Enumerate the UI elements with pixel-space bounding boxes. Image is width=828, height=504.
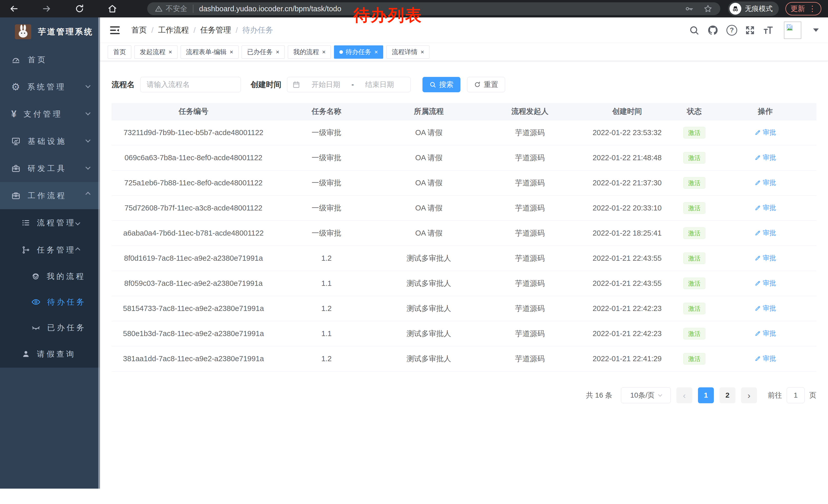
sidebar-scrollbar[interactable] (98, 17, 100, 489)
approve-link[interactable]: 审批 (755, 178, 776, 187)
breadcrumb: 首页 / 工作流程 / 任务管理 / 待办任务 (131, 25, 273, 35)
start-date-placeholder[interactable]: 开始日期 (300, 80, 351, 89)
font-size-icon[interactable] (763, 25, 774, 36)
table-row: 725a1eb6-7b88-11ec-8ef0-acde48001122 一级审… (112, 170, 817, 195)
bookmark-star-icon[interactable] (703, 4, 713, 13)
url-text[interactable]: dashboard.yudao.iocoder.cn/bpm/task/todo (199, 5, 341, 13)
close-icon[interactable]: × (420, 48, 424, 56)
status-badge: 激活 (683, 253, 705, 264)
tasks-table: 任务编号 任务名称 所属流程 流程发起人 创建时间 状态 操作 73211d9d… (112, 103, 817, 371)
breadcrumb-workflow[interactable]: 工作流程 (158, 25, 189, 35)
security-warning[interactable]: 不安全 (155, 4, 187, 13)
search-form: 流程名 创建时间 开始日期 - 结束日期 搜索 重置 (112, 77, 817, 92)
github-icon[interactable] (707, 25, 719, 36)
sidebar-item-workflow[interactable]: 工作流程 (0, 182, 100, 209)
tab-my-process[interactable]: 我的流程 × (288, 45, 331, 59)
briefcase-icon (11, 191, 20, 200)
list-icon (22, 218, 30, 227)
sidebar-item-todo-tasks[interactable]: 待办任务 (0, 289, 100, 315)
url-bar[interactable]: 不安全 dashboard.yudao.iocoder.cn/bpm/task/… (147, 2, 720, 15)
workflow-submenu: 流程管理 任务管理 我的流程 待办任务 已办任务 (0, 209, 100, 368)
chevron-down-icon (85, 83, 90, 88)
search-button[interactable]: 搜索 (422, 77, 460, 92)
page-button-1[interactable]: 1 (698, 387, 714, 403)
sidebar-item-done-tasks[interactable]: 已办任务 (0, 315, 100, 340)
avatar[interactable] (784, 21, 801, 39)
forward-icon[interactable] (40, 2, 54, 16)
sidebar-item-infra[interactable]: 基础设施 (0, 128, 100, 155)
task-id: a6aba0a4-7b6d-11ec-b781-acde48001122 (112, 229, 275, 237)
status-badge: 激活 (683, 278, 705, 289)
breadcrumb-current: 待办任务 (242, 25, 273, 35)
page-size-select[interactable]: 10条/页 (621, 387, 671, 403)
sidebar-item-process-mgmt[interactable]: 流程管理 (0, 209, 100, 236)
tab-start-process[interactable]: 发起流程 × (134, 45, 177, 59)
close-icon[interactable]: × (322, 48, 326, 56)
tab-process-detail[interactable]: 流程详情 × (386, 45, 429, 59)
close-icon[interactable]: × (230, 48, 233, 56)
tab-todo-tasks[interactable]: 待办任务 × (334, 45, 383, 59)
breadcrumb-home[interactable]: 首页 (131, 25, 147, 35)
tab-home[interactable]: 首页 (108, 45, 131, 59)
sidebar-item-my-process[interactable]: 我的流程 (0, 264, 100, 289)
status-badge: 激活 (683, 177, 705, 189)
reload-icon[interactable] (72, 2, 87, 16)
key-icon[interactable] (685, 4, 694, 13)
home-icon[interactable] (105, 2, 120, 16)
annotation-overlay: 待办列表 (354, 4, 422, 27)
search-icon[interactable] (689, 25, 699, 35)
close-icon[interactable]: × (169, 48, 172, 56)
reset-button[interactable]: 重置 (467, 77, 505, 92)
prev-page-button[interactable]: ‹ (676, 387, 692, 403)
sidebar-item-leave-query[interactable]: 请假查询 (0, 340, 100, 368)
sidebar-item-task-mgmt[interactable]: 任务管理 (0, 236, 100, 264)
date-range-picker[interactable]: 开始日期 - 结束日期 (287, 77, 411, 92)
broken-image-icon (785, 23, 794, 32)
toolbox-icon (11, 164, 20, 173)
approve-link[interactable]: 审批 (755, 254, 776, 263)
approve-link[interactable]: 审批 (755, 304, 776, 313)
chevron-down-icon (75, 220, 80, 225)
goto-page-input[interactable] (787, 387, 805, 403)
approve-link[interactable]: 审批 (755, 329, 776, 338)
approve-link[interactable]: 审批 (755, 128, 776, 137)
approve-link[interactable]: 审批 (755, 279, 776, 288)
close-icon[interactable]: × (276, 48, 279, 56)
approve-link[interactable]: 审批 (755, 153, 776, 162)
approve-link[interactable]: 审批 (755, 354, 776, 363)
breadcrumb-task-mgmt[interactable]: 任务管理 (200, 25, 231, 35)
monitor-icon (11, 137, 20, 146)
sidebar-item-home[interactable]: 首页 (0, 46, 100, 73)
tags-view: 首页 发起流程 × 流程表单-编辑 × 已办任务 × 我的流程 × 待办任务 ×… (100, 43, 828, 61)
rabbit-logo (15, 25, 31, 39)
next-page-button[interactable]: › (741, 387, 757, 403)
collapse-sidebar-icon[interactable] (109, 25, 121, 36)
fullscreen-icon[interactable] (745, 25, 755, 35)
task-id: 8f0d1619-7ac8-11ec-a9e2-a2380e71991a (112, 254, 275, 263)
avatar-caret-icon[interactable] (813, 29, 819, 32)
security-label: 不安全 (166, 4, 187, 13)
help-icon[interactable]: ? (727, 25, 737, 36)
chevron-down-icon (85, 137, 90, 142)
url-divider (193, 5, 194, 13)
update-button[interactable]: 更新 ⋮ (785, 2, 821, 15)
close-icon[interactable]: × (374, 48, 378, 56)
main-area: 首页 / 工作流程 / 任务管理 / 待办任务 ? 首页 发起流程 × (100, 17, 828, 489)
sidebar-item-payment[interactable]: ¥ 支付管理 (0, 100, 100, 128)
approve-link[interactable]: 审批 (755, 228, 776, 237)
sidebar-item-devtools[interactable]: 研发工具 (0, 155, 100, 182)
tab-done-tasks[interactable]: 已办任务 × (242, 45, 285, 59)
process-name-input[interactable] (140, 77, 241, 92)
tab-form-edit[interactable]: 流程表单-编辑 × (180, 45, 239, 59)
approve-link[interactable]: 审批 (755, 203, 776, 212)
status-badge: 激活 (683, 227, 705, 239)
task-id: 75d72608-7b7f-11ec-a3c8-acde48001122 (112, 204, 275, 212)
app-logo-row[interactable]: 芋道管理系统 (0, 17, 100, 46)
back-icon[interactable] (7, 2, 21, 16)
browser-menu-icon[interactable]: ⋮ (809, 5, 816, 12)
edit-pencil-icon (755, 205, 761, 211)
page-button-2[interactable]: 2 (719, 387, 735, 403)
edit-pencil-icon (755, 255, 761, 261)
end-date-placeholder[interactable]: 结束日期 (354, 80, 405, 89)
sidebar-item-system[interactable]: ⚙ 系统管理 (0, 73, 100, 100)
